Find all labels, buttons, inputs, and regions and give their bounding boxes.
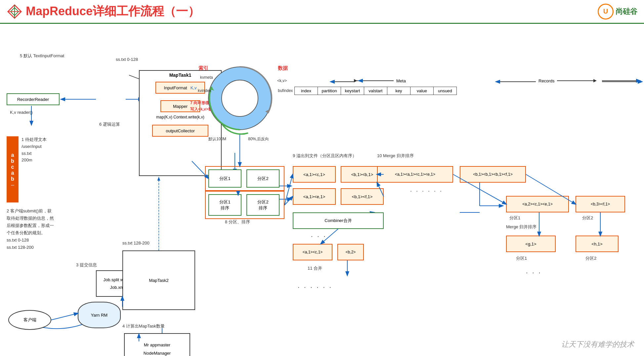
partition2-final-label: 分区2 <box>582 215 593 221</box>
partition2-h1-label: 分区2 <box>585 255 596 261</box>
final-a: <a,2><c,1><e,1> <box>506 196 569 212</box>
output-collector-box: outputCollector <box>152 125 208 137</box>
col-key: key <box>387 87 410 95</box>
logo-circle: U <box>598 4 614 20</box>
logo-text: 尚硅谷 <box>616 7 637 17</box>
partition1-box: 分区1 <box>208 169 241 188</box>
kvmeta-label: kvmeta <box>200 75 213 80</box>
ss-txt-label: ss.txt 0-128 <box>116 57 138 62</box>
partition1-final-label: 分区1 <box>509 215 520 221</box>
svg-line-47 <box>51 313 78 320</box>
col-index: index <box>295 87 318 95</box>
default100m-label: 默认100M <box>208 136 226 142</box>
step11-label: 11 合并 <box>308 265 322 271</box>
page-title: MapReduce详细工作流程（一） <box>26 3 200 20</box>
node-manager-label: NodeManager <box>144 351 171 356</box>
svg-marker-34 <box>593 79 597 82</box>
yarn-rm-cloud: Yarn RM <box>78 302 121 328</box>
svg-marker-32 <box>354 79 357 82</box>
col-unsued: unsued <box>434 87 457 95</box>
partition1-sort-box: 分区1 排序 <box>208 194 241 216</box>
a1c1-box: <a,1><c,1> <box>293 244 332 260</box>
step9-label: 9 溢出到文件（分区且区内有序） <box>293 153 357 159</box>
ring-buffer-svg <box>207 60 273 136</box>
dots1: · · · <box>311 232 327 240</box>
svg-line-38 <box>284 197 293 205</box>
meta-records-table: index partition keystart valstart key va… <box>294 87 457 95</box>
step10-label: 10 Merge 归并排序 <box>377 153 414 159</box>
watermark: 让天下没有难学的技术 <box>561 339 634 349</box>
final-b: <b,3><f,1> <box>576 196 625 212</box>
mr-appmaster-label: Mr appmaster <box>144 342 170 347</box>
meta-arrow-area: Meta <box>354 77 408 84</box>
dots4: · · · <box>526 269 542 276</box>
step2-label: 2 客户端submit()前，获 取待处理数据的信息，然 后根据参数配置，形成一… <box>7 207 54 251</box>
col-value: value <box>410 87 434 95</box>
svg-point-28 <box>222 80 258 116</box>
records-arrow-area: Records <box>536 77 597 84</box>
index-label: 索引 <box>198 65 208 71</box>
appmaster-box: Mr appmaster NodeManager <box>124 333 190 356</box>
recorder-reader-box: RecorderReader <box>7 93 60 105</box>
col-partition: partition <box>318 87 341 95</box>
col-keystart: keystart <box>341 87 364 95</box>
percent80-label: 80%,后反向 <box>248 136 269 142</box>
kvindex-label: kvindex <box>198 88 211 93</box>
logo-area: U 尚硅谷 <box>598 4 637 20</box>
partition2-sort-box: 分区2 排序 <box>246 194 279 216</box>
b2-box: <b,2> <box>337 244 364 260</box>
diamond-icon <box>7 4 22 20</box>
h1-box: <h,1> <box>576 236 619 252</box>
bufindex-label: bufindex <box>278 88 293 93</box>
client-ellipse: 客户端 <box>8 310 51 330</box>
meta-label: Meta <box>396 78 406 83</box>
kv-big-label: <k,v> <box>277 78 287 83</box>
data-label-orange: abcab... <box>7 136 19 202</box>
step1-label: 1 待处理文本 /user/input ss.txt 200m <box>21 136 47 164</box>
maptask1-label: MapTask1 <box>169 72 192 78</box>
merge-result1: <a,1><a,1><c,1><e,1> <box>377 166 453 183</box>
merge-result2: <b,1><b,1><b,1><f,1> <box>460 166 526 183</box>
partition2-box: 分区2 <box>246 169 279 188</box>
header-title: MapReduce详细工作流程（一） <box>7 3 200 20</box>
overflow-b1f1: <b,1><f,1> <box>341 188 384 205</box>
records-label: Records <box>538 78 554 83</box>
dots2: . . . . . . <box>298 282 332 289</box>
combiner-box: Combiner合并 <box>293 212 384 229</box>
maptask2-box: MapTask2 <box>122 250 195 310</box>
col-valstart: valstart <box>364 87 387 95</box>
step8-label: 8 分区、排序 <box>225 219 250 225</box>
merge-sort-label: Merge 归并排序 <box>506 224 537 230</box>
step3-label: 3 提交信息 <box>76 262 97 268</box>
step5-label: 5 默认 TextInputFormat <box>20 53 64 59</box>
main-diagram: 5 默认 TextInputFormat ss.txt 0-128 MapTas… <box>0 24 644 356</box>
step6-label: 6 逻辑运算 <box>99 121 120 127</box>
ss-txt2-label: ss.txt 128-200 <box>122 241 150 245</box>
data-big-label: 数据 <box>278 65 288 71</box>
header: MapReduce详细工作流程（一） U 尚硅谷 <box>0 0 644 24</box>
partition1-g1-label: 分区1 <box>516 255 527 261</box>
overflow-a1c1: <a,1><c,1> <box>293 166 336 183</box>
step4-label: 4 计算出MapTask数量 <box>122 323 165 329</box>
g1-box: <g,1> <box>506 236 556 252</box>
kv-reader-label: K,v reader() <box>10 110 33 115</box>
dots3: · · · · · · <box>410 188 443 195</box>
svg-line-37 <box>284 174 293 205</box>
map-context-label: map(K,v) Context.write(k,v) <box>156 115 204 119</box>
overflow-a1e1: <a,1><e,1> <box>293 188 336 205</box>
